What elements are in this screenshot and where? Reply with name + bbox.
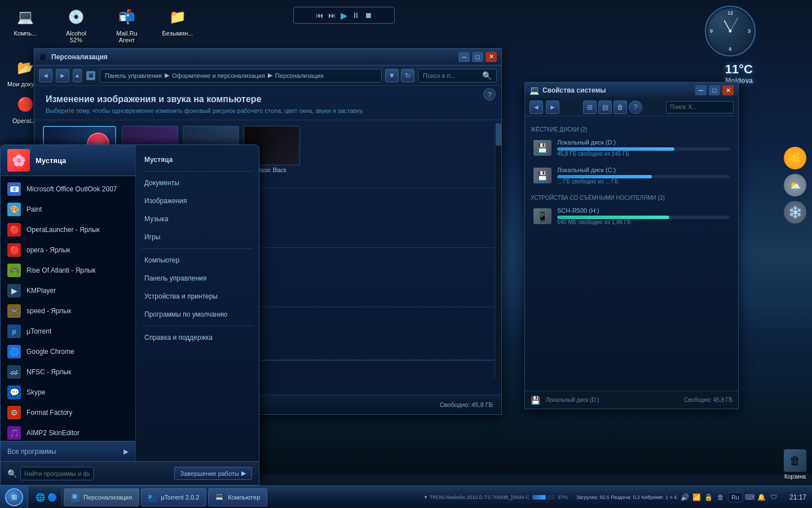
opera-launcher-start-icon: 🔴 xyxy=(7,223,21,237)
start-item-skype[interactable]: 💬 Skype xyxy=(1,382,135,402)
desktop-icon-alcohol[interactable]: 💿 Alcohol52% xyxy=(56,6,96,43)
computer-content: Жёсткие диски (2) 💾 Локальный диск (D:) … xyxy=(525,116,738,234)
start-right-games[interactable]: Игры xyxy=(136,228,259,246)
refresh-btn[interactable]: ↻ xyxy=(401,69,414,82)
tray-security-icon[interactable]: 🛡 xyxy=(769,493,778,502)
comp-delete-btn[interactable]: 🗑 xyxy=(614,100,627,114)
start-right-default-programs[interactable]: Программы по умолчанию xyxy=(136,305,259,323)
tray-input-icon[interactable]: ⌨ xyxy=(745,493,754,502)
comp-help-btn[interactable]: ? xyxy=(629,100,642,114)
forward-button[interactable]: ► xyxy=(56,69,69,82)
help-button[interactable]: ? xyxy=(483,88,496,100)
start-orb[interactable]: ⊞ xyxy=(5,488,23,506)
search-dropdown-btn[interactable]: ▼ xyxy=(385,69,399,82)
personalization-subtitle: Выберите тему, чтобы одновременно измени… xyxy=(46,107,490,114)
start-right-username[interactable]: Мустяца xyxy=(136,151,259,169)
taskbar-clock[interactable]: 21:17 xyxy=(784,493,812,501)
back-button[interactable]: ◄ xyxy=(39,69,52,82)
computer-statusbar: 💾 Локальный диск (D:) Свободно: 45,8 ГБ xyxy=(525,391,738,409)
breadcrumb-appearance[interactable]: Оформление и персонализация xyxy=(172,72,265,79)
start-item-paint[interactable]: 🎨 Paint xyxy=(1,199,135,220)
start-item-nfsc[interactable]: 🏎 NFSC - Ярлык xyxy=(1,362,135,382)
close-button[interactable]: ✕ xyxy=(486,52,497,62)
scrollbar[interactable] xyxy=(495,123,501,378)
tray-icon-recycle[interactable]: 🗑 xyxy=(716,493,725,502)
start-item-speed[interactable]: 🎮 speed - Ярлык xyxy=(1,301,135,321)
drive-h[interactable]: 📱 SCH-R500 (H:) 645 МБ свободно из 1,86 … xyxy=(531,204,732,229)
computer-minimize-btn[interactable]: ─ xyxy=(695,85,707,95)
start-right-control-panel[interactable]: Панель управления xyxy=(136,269,259,287)
quick-launch-chrome[interactable]: 🔵 xyxy=(47,493,57,502)
taskbar-computer[interactable]: 💻 Компьютер xyxy=(208,488,267,506)
computer-search-input[interactable] xyxy=(666,101,734,113)
tray-icon-2[interactable]: 📶 xyxy=(692,493,701,502)
start-item-chrome[interactable]: 🌐 Google Chrome xyxy=(1,341,135,362)
recycle-bin[interactable]: 🗑 Корзина xyxy=(784,449,806,480)
start-right-images[interactable]: Изображения xyxy=(136,192,259,210)
breadcrumb-control-panel[interactable]: Панель управления xyxy=(105,72,162,79)
start-menu-left: 🌸 Мустяца 📧 Microsoft Office OutlOok 200… xyxy=(1,145,136,461)
torrent-filename: ▼ TRON.Nasledie.2010.D.TS.700MB_[NNM-C xyxy=(423,494,529,500)
desktop-icon-mailru[interactable]: 📬 Mail.RuАгент xyxy=(107,6,147,43)
comp-views-btn[interactable]: ⊞ xyxy=(583,100,597,114)
clock-num-9: 9 xyxy=(710,28,713,34)
start-item-kmplayer[interactable]: ▶ KMPlayer xyxy=(1,281,135,301)
media-prev-btn[interactable]: ⏮ xyxy=(316,11,324,20)
drive-d[interactable]: 💾 Локальный диск (D:) 45,8 ГБ свободно и… xyxy=(531,135,732,160)
start-search-input[interactable] xyxy=(20,467,94,480)
start-item-aimp2[interactable]: 🎵 AIMP2 SkinEditor xyxy=(1,423,135,441)
comp-forward-btn[interactable]: ► xyxy=(546,100,559,114)
desktop-icon-unnamed[interactable]: 📁 Безымян... xyxy=(158,6,197,43)
comp-back-btn[interactable]: ◄ xyxy=(529,100,543,114)
start-item-opera-launcher[interactable]: 🔴 OperaLauncher - Ярлык xyxy=(1,220,135,240)
start-right-computer[interactable]: Компьютер xyxy=(136,251,259,269)
drive-h-free: 645 МБ свободно из 1,86 ГБ xyxy=(557,219,730,225)
computer-maximize-btn[interactable]: □ xyxy=(709,85,720,95)
local-disks-section-title: Жёсткие диски (2) xyxy=(531,126,732,133)
media-play-btn[interactable]: ▶ xyxy=(341,10,347,21)
start-button[interactable]: ⊞ xyxy=(0,486,28,509)
drive-d-info: Локальный диск (D:) 45,8 ГБ свободно из … xyxy=(557,139,730,157)
quick-launch-ie[interactable]: 🌐 xyxy=(36,493,45,502)
scrollbar-thumb[interactable] xyxy=(496,123,501,146)
start-right-help[interactable]: Справка и поддержка xyxy=(136,329,259,347)
taskbar: ⊞ 🌐 🔵 🖥 Персонализация µ µTorrent 2.0.2 … xyxy=(0,485,812,508)
media-stop-btn[interactable]: ⏹ xyxy=(364,11,372,20)
recycle-bin-icon: 🗑 xyxy=(784,449,806,472)
weather-sun-icon[interactable]: ☀️ xyxy=(784,147,806,169)
start-item-utorrent[interactable]: µ µTorrent xyxy=(1,321,135,341)
start-right-documents[interactable]: Документы xyxy=(136,174,259,192)
comp-views2-btn[interactable]: ▤ xyxy=(598,100,612,114)
media-rewind-btn[interactable]: ⏭ xyxy=(328,11,336,20)
taskbar-personalization[interactable]: 🖥 Персонализация xyxy=(64,488,139,506)
maximize-button[interactable]: □ xyxy=(472,52,483,62)
taskbar-utorrent[interactable]: µ µTorrent 2.0.2 xyxy=(141,488,206,506)
speed-icon: 🎮 xyxy=(7,304,21,318)
start-right-music[interactable]: Музыка xyxy=(136,210,259,228)
minimize-button[interactable]: ─ xyxy=(458,52,470,62)
tray-icon-1[interactable]: 🔊 xyxy=(681,493,690,502)
start-item-format-factory[interactable]: ⚙ Format Factory xyxy=(1,402,135,423)
start-right-devices[interactable]: Устройства и принтеры xyxy=(136,287,259,305)
drive-c[interactable]: 💾 Локальный диск (C:) ... ГБ свободно из… xyxy=(531,163,732,188)
computer-close-btn[interactable]: ✕ xyxy=(722,85,734,95)
language-indicator[interactable]: Ru xyxy=(728,492,743,502)
drive-c-free: ... ГБ свободно из ... ГБ xyxy=(557,178,730,185)
start-item-outlook[interactable]: 📧 Microsoft Office OutlOok 2007 xyxy=(1,179,135,199)
shutdown-button[interactable]: Завершение работы ▶ xyxy=(174,467,252,480)
weather-cloud-icon[interactable]: ⛅ xyxy=(784,174,806,196)
tray-update-icon[interactable]: 🔔 xyxy=(757,493,766,502)
search-bar[interactable]: Поиск в п... 🔍 xyxy=(418,69,497,82)
desktop-icon-computer[interactable]: 💻 Компь... xyxy=(6,6,45,43)
up-button[interactable]: ▲ xyxy=(73,69,82,82)
start-right-sep1 xyxy=(142,171,253,172)
tray-icon-3[interactable]: 🔒 xyxy=(704,493,713,502)
clock-num-12: 12 xyxy=(727,10,733,16)
media-pause-btn[interactable]: ⏸ xyxy=(352,11,360,20)
drive-d-icon: 💾 xyxy=(533,140,551,156)
start-item-rise-atlanti[interactable]: 🎮 Rise Of Atlanti - Ярлык xyxy=(1,260,135,281)
all-programs-button[interactable]: Все программы ▶ xyxy=(1,441,135,461)
start-item-opera[interactable]: 🔴 opera - Ярлык xyxy=(1,240,135,260)
weather-snow-icon[interactable]: ❄️ xyxy=(784,201,806,224)
breadcrumb-bar: Панель управления ▶ Оформление и персона… xyxy=(100,69,382,82)
